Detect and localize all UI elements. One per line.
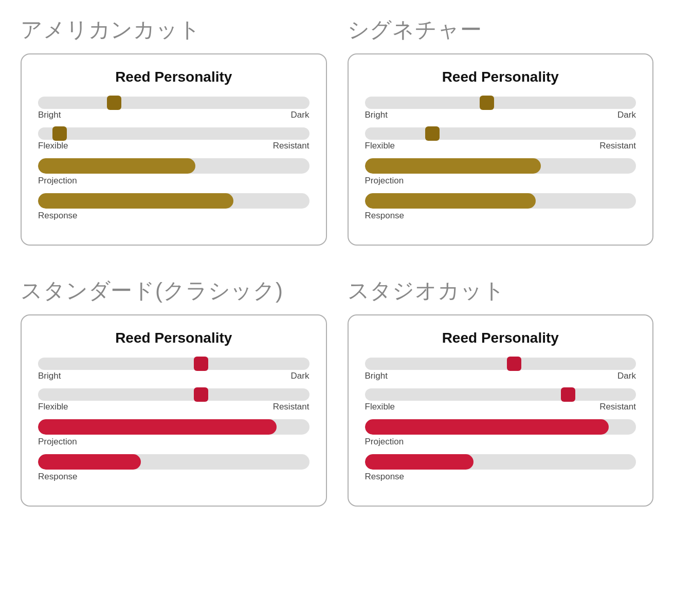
bar-fill-signature-1 bbox=[365, 193, 536, 209]
slider-track-studio-cut-0 bbox=[365, 358, 636, 370]
slider-label-right-studio-cut-0: Dark bbox=[617, 371, 636, 381]
bar-track-standard-classic-0 bbox=[38, 419, 309, 435]
slider-labels-signature-1: FlexibleResistant bbox=[365, 141, 636, 151]
slider-track-signature-0 bbox=[365, 97, 636, 109]
bar-row-american-cut-0: Projection bbox=[38, 158, 309, 186]
bar-label-signature-0: Projection bbox=[365, 176, 636, 186]
slider-track-american-cut-1 bbox=[38, 127, 309, 140]
bar-label-signature-1: Response bbox=[365, 211, 636, 221]
slider-track-standard-classic-0 bbox=[38, 358, 309, 370]
card-heading-standard-classic: Reed Personality bbox=[38, 330, 309, 346]
slider-label-right-standard-classic-1: Resistant bbox=[273, 402, 309, 412]
bar-track-signature-1 bbox=[365, 193, 636, 209]
bar-fill-standard-classic-0 bbox=[38, 419, 277, 435]
bar-track-studio-cut-1 bbox=[365, 454, 636, 470]
slider-thumb-studio-cut-0[interactable] bbox=[507, 357, 521, 371]
bar-row-signature-0: Projection bbox=[365, 158, 636, 186]
bar-track-american-cut-0 bbox=[38, 158, 309, 174]
slider-thumb-signature-0[interactable] bbox=[480, 96, 494, 110]
slider-row-american-cut-0: BrightDark bbox=[38, 97, 309, 120]
section-studio-cut: スタジオカットReed PersonalityBrightDarkFlexibl… bbox=[348, 276, 654, 507]
bar-track-standard-classic-1 bbox=[38, 454, 309, 470]
slider-label-right-standard-classic-0: Dark bbox=[291, 371, 309, 381]
bar-fill-signature-0 bbox=[365, 158, 541, 174]
bar-row-standard-classic-1: Response bbox=[38, 454, 309, 482]
section-title-signature: シグネチャー bbox=[348, 15, 654, 44]
slider-label-right-signature-0: Dark bbox=[617, 110, 636, 120]
card-american-cut: Reed PersonalityBrightDarkFlexibleResist… bbox=[21, 53, 327, 246]
slider-label-right-american-cut-1: Resistant bbox=[273, 141, 309, 151]
card-heading-studio-cut: Reed Personality bbox=[365, 330, 636, 346]
slider-label-right-american-cut-0: Dark bbox=[291, 110, 309, 120]
bar-label-american-cut-1: Response bbox=[38, 211, 309, 221]
bar-label-standard-classic-1: Response bbox=[38, 472, 309, 482]
slider-label-left-standard-classic-0: Bright bbox=[38, 371, 61, 381]
section-american-cut: アメリカンカットReed PersonalityBrightDarkFlexib… bbox=[21, 15, 327, 246]
slider-labels-standard-classic-1: FlexibleResistant bbox=[38, 402, 309, 412]
slider-track-signature-1 bbox=[365, 127, 636, 140]
slider-label-left-american-cut-1: Flexible bbox=[38, 141, 68, 151]
bar-fill-american-cut-1 bbox=[38, 193, 233, 209]
slider-track-studio-cut-1 bbox=[365, 388, 636, 401]
card-standard-classic: Reed PersonalityBrightDarkFlexibleResist… bbox=[21, 314, 327, 507]
slider-thumb-studio-cut-1[interactable] bbox=[561, 387, 575, 402]
slider-thumb-standard-classic-0[interactable] bbox=[194, 357, 208, 371]
slider-labels-studio-cut-0: BrightDark bbox=[365, 371, 636, 381]
card-heading-american-cut: Reed Personality bbox=[38, 69, 309, 85]
slider-thumb-american-cut-0[interactable] bbox=[107, 96, 121, 110]
slider-labels-signature-0: BrightDark bbox=[365, 110, 636, 120]
slider-row-studio-cut-0: BrightDark bbox=[365, 358, 636, 381]
bar-row-signature-1: Response bbox=[365, 193, 636, 221]
section-standard-classic: スタンダード(クラシック)Reed PersonalityBrightDarkF… bbox=[21, 276, 327, 507]
section-title-american-cut: アメリカンカット bbox=[21, 15, 327, 44]
card-signature: Reed PersonalityBrightDarkFlexibleResist… bbox=[348, 53, 654, 246]
slider-labels-standard-classic-0: BrightDark bbox=[38, 371, 309, 381]
slider-track-american-cut-0 bbox=[38, 97, 309, 109]
bar-label-standard-classic-0: Projection bbox=[38, 437, 309, 447]
slider-label-right-studio-cut-1: Resistant bbox=[599, 402, 636, 412]
slider-label-left-american-cut-0: Bright bbox=[38, 110, 61, 120]
bar-label-american-cut-0: Projection bbox=[38, 176, 309, 186]
bar-fill-studio-cut-0 bbox=[365, 419, 609, 435]
bar-label-studio-cut-0: Projection bbox=[365, 437, 636, 447]
slider-row-american-cut-1: FlexibleResistant bbox=[38, 127, 309, 151]
section-title-standard-classic: スタンダード(クラシック) bbox=[21, 276, 327, 305]
bar-label-studio-cut-1: Response bbox=[365, 472, 636, 482]
slider-track-standard-classic-1 bbox=[38, 388, 309, 401]
slider-thumb-american-cut-1[interactable] bbox=[52, 126, 67, 141]
slider-row-signature-1: FlexibleResistant bbox=[365, 127, 636, 151]
slider-label-left-signature-1: Flexible bbox=[365, 141, 395, 151]
bar-track-studio-cut-0 bbox=[365, 419, 636, 435]
slider-labels-studio-cut-1: FlexibleResistant bbox=[365, 402, 636, 412]
slider-label-left-studio-cut-0: Bright bbox=[365, 371, 388, 381]
card-heading-signature: Reed Personality bbox=[365, 69, 636, 85]
slider-labels-american-cut-1: FlexibleResistant bbox=[38, 141, 309, 151]
bar-row-studio-cut-1: Response bbox=[365, 454, 636, 482]
bar-fill-standard-classic-1 bbox=[38, 454, 141, 470]
card-studio-cut: Reed PersonalityBrightDarkFlexibleResist… bbox=[348, 314, 654, 507]
bar-row-studio-cut-0: Projection bbox=[365, 419, 636, 447]
bar-fill-american-cut-0 bbox=[38, 158, 195, 174]
slider-row-standard-classic-1: FlexibleResistant bbox=[38, 388, 309, 412]
bar-row-standard-classic-0: Projection bbox=[38, 419, 309, 447]
slider-label-left-studio-cut-1: Flexible bbox=[365, 402, 395, 412]
slider-label-left-standard-classic-1: Flexible bbox=[38, 402, 68, 412]
bar-track-signature-0 bbox=[365, 158, 636, 174]
main-grid: アメリカンカットReed PersonalityBrightDarkFlexib… bbox=[21, 15, 653, 507]
slider-row-standard-classic-0: BrightDark bbox=[38, 358, 309, 381]
slider-labels-american-cut-0: BrightDark bbox=[38, 110, 309, 120]
section-title-studio-cut: スタジオカット bbox=[348, 276, 654, 305]
slider-label-right-signature-1: Resistant bbox=[599, 141, 636, 151]
slider-row-studio-cut-1: FlexibleResistant bbox=[365, 388, 636, 412]
bar-row-american-cut-1: Response bbox=[38, 193, 309, 221]
bar-track-american-cut-1 bbox=[38, 193, 309, 209]
slider-row-signature-0: BrightDark bbox=[365, 97, 636, 120]
slider-thumb-standard-classic-1[interactable] bbox=[194, 387, 208, 402]
bar-fill-studio-cut-1 bbox=[365, 454, 473, 470]
slider-label-left-signature-0: Bright bbox=[365, 110, 388, 120]
section-signature: シグネチャーReed PersonalityBrightDarkFlexible… bbox=[348, 15, 654, 246]
slider-thumb-signature-1[interactable] bbox=[425, 126, 440, 141]
